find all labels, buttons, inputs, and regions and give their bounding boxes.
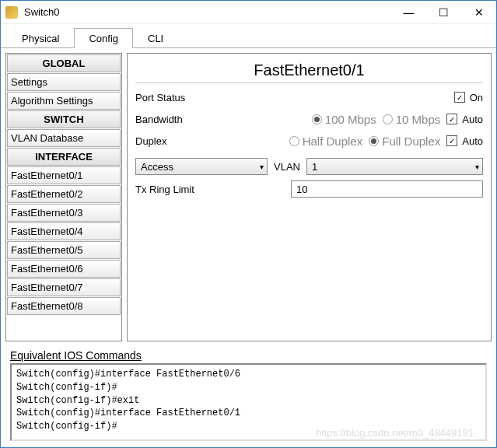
duplex-auto-checkbox[interactable]	[446, 135, 457, 146]
sidebar-item-vlan-database[interactable]: VLAN Database	[7, 129, 121, 147]
sidebar-header-global: GLOBAL	[7, 54, 121, 72]
close-button[interactable]: ✕	[461, 1, 496, 24]
opt-full-duplex: Full Duplex	[382, 135, 440, 148]
panel-title: FastEthernet0/1	[135, 58, 483, 83]
sidebar-header-switch: SWITCH	[7, 110, 121, 128]
opt-half-duplex: Half Duplex	[303, 135, 363, 148]
ios-console[interactable]: Switch(config)#interface FastEthernet0/6…	[10, 363, 487, 441]
main-panel: FastEthernet0/1 Port Status On Bandwidth…	[127, 53, 492, 341]
radio-half-duplex[interactable]	[289, 136, 299, 146]
sidebar-item-interface[interactable]: FastEthernet0/6	[7, 260, 121, 278]
window-title: Switch0	[23, 6, 391, 18]
radio-10mbps[interactable]	[383, 114, 393, 124]
vlan-value: 1	[312, 161, 317, 173]
titlebar: Switch0 — ☐ ✕	[1, 1, 496, 24]
sidebar-item-interface[interactable]: FastEthernet0/5	[7, 241, 121, 259]
sidebar-item-interface[interactable]: FastEthernet0/2	[7, 185, 121, 203]
footer: Equivalent IOS Commands Switch(config)#i…	[1, 346, 496, 447]
sidebar-item-settings[interactable]: Settings	[7, 73, 121, 91]
duplex-auto-label: Auto	[462, 135, 483, 147]
window: Switch0 — ☐ ✕ Physical Config CLI GLOBAL…	[0, 0, 497, 448]
sidebar: GLOBAL Settings Algorithm Settings SWITC…	[5, 53, 122, 341]
tx-ring-label: Tx Ring Limit	[135, 184, 291, 195]
port-status-label: Port Status	[135, 92, 221, 103]
port-mode-select[interactable]: Access	[135, 158, 268, 175]
radio-full-duplex[interactable]	[369, 136, 379, 146]
window-controls: — ☐ ✕	[391, 1, 496, 24]
tab-physical[interactable]: Physical	[7, 28, 74, 48]
vlan-label: VLAN	[274, 161, 300, 173]
tab-config[interactable]: Config	[74, 28, 133, 48]
bandwidth-auto-checkbox[interactable]	[446, 114, 457, 124]
row-vlan: Access VLAN 1	[135, 158, 483, 175]
port-mode-value: Access	[141, 161, 173, 173]
sidebar-item-interface[interactable]: FastEthernet0/4	[7, 222, 121, 240]
vlan-select[interactable]: 1	[306, 158, 483, 175]
sidebar-item-interface[interactable]: FastEthernet0/3	[7, 204, 121, 222]
sidebar-header-interface: INTERFACE	[7, 148, 121, 166]
on-label: On	[470, 92, 483, 103]
opt-10mbps: 10 Mbps	[396, 113, 441, 126]
radio-100mbps[interactable]	[312, 114, 322, 124]
minimize-button[interactable]: —	[391, 1, 426, 24]
tab-cli[interactable]: CLI	[133, 28, 178, 48]
bandwidth-label: Bandwidth	[135, 114, 221, 125]
tx-ring-input[interactable]	[291, 180, 483, 198]
row-duplex: Duplex Half Duplex Full Duplex Auto	[135, 131, 483, 150]
sidebar-item-interface[interactable]: FastEthernet0/7	[7, 278, 121, 296]
content-area: GLOBAL Settings Algorithm Settings SWITC…	[1, 48, 496, 346]
opt-100mbps: 100 Mbps	[325, 113, 376, 126]
row-bandwidth: Bandwidth 100 Mbps 10 Mbps Auto	[135, 110, 483, 128]
sidebar-item-algorithm-settings[interactable]: Algorithm Settings	[7, 92, 121, 110]
ios-commands-label: Equivalent IOS Commands	[10, 349, 487, 362]
tab-bar: Physical Config CLI	[1, 24, 496, 48]
row-tx-ring: Tx Ring Limit	[135, 180, 483, 198]
maximize-button[interactable]: ☐	[426, 1, 461, 24]
port-status-checkbox[interactable]	[454, 92, 465, 103]
sidebar-item-interface[interactable]: FastEthernet0/8	[7, 297, 121, 315]
bandwidth-auto-label: Auto	[462, 114, 483, 125]
row-port-status: Port Status On	[135, 88, 483, 107]
app-icon	[5, 6, 18, 19]
duplex-label: Duplex	[135, 135, 221, 147]
sidebar-item-interface[interactable]: FastEthernet0/1	[7, 166, 121, 184]
